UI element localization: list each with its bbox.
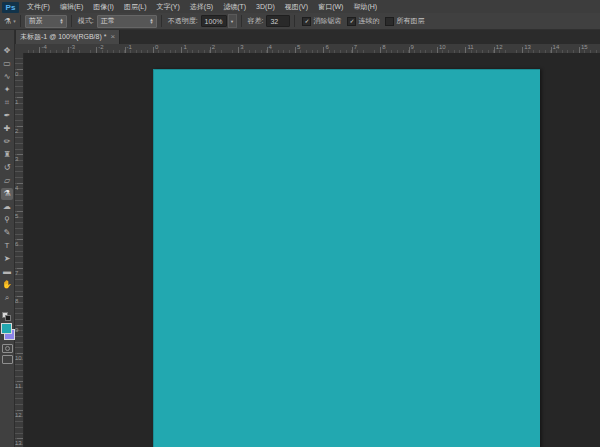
- fill-source-dropdown[interactable]: 前景 ▴▾: [25, 15, 67, 28]
- paint-bucket-icon: ⚗: [4, 17, 11, 26]
- ruler-label: 3: [15, 156, 18, 162]
- ruler-label: 9: [15, 327, 18, 333]
- menu-item[interactable]: 编辑(E): [55, 0, 88, 13]
- eyedropper-tool[interactable]: ✒: [1, 110, 13, 122]
- checkbox-checked-icon[interactable]: ✓: [347, 17, 356, 26]
- menu-item[interactable]: 选择(S): [185, 0, 218, 13]
- ruler-label: 6: [325, 44, 328, 51]
- opacity-value: 100%: [205, 18, 223, 25]
- ruler-label: 10: [15, 355, 22, 361]
- quick-mask-button[interactable]: [2, 344, 13, 353]
- hand-tool[interactable]: ✋: [1, 279, 13, 291]
- ruler-label: 1: [183, 44, 186, 51]
- dropdown-arrows-icon: ▴▾: [60, 18, 63, 24]
- path-selection-tool[interactable]: ➤: [1, 253, 13, 265]
- canvas[interactable]: [153, 69, 540, 447]
- ruler-row: -4-3-2-10123456789101112131415: [15, 44, 600, 53]
- menu-item[interactable]: 图层(L): [119, 0, 152, 13]
- pasteboard[interactable]: [24, 53, 600, 447]
- opacity-slider-button[interactable]: ▼: [228, 14, 237, 28]
- menu-item[interactable]: 图像(I): [88, 0, 119, 13]
- ruler-tick: [17, 183, 23, 184]
- ruler-tick: [17, 69, 23, 70]
- menu-item[interactable]: 视图(V): [280, 0, 313, 13]
- option-checkbox[interactable]: ✓连续的: [347, 16, 379, 26]
- blur-tool[interactable]: ☁: [1, 201, 13, 213]
- foreground-color-swatch[interactable]: [1, 323, 12, 334]
- ruler-label: -3: [70, 44, 75, 51]
- ruler-tick: [17, 154, 23, 155]
- option-checkbox[interactable]: 所有图层: [385, 16, 424, 26]
- ruler-label: 13: [524, 44, 531, 51]
- ruler-label: 14: [553, 44, 560, 51]
- menu-item[interactable]: 帮助(H): [348, 0, 382, 13]
- clone-stamp-tool[interactable]: ♜: [1, 149, 13, 161]
- separator: [241, 15, 242, 27]
- checkbox-unchecked-icon[interactable]: [385, 17, 394, 26]
- ruler-label: 11: [15, 383, 21, 389]
- ruler-label: 2: [212, 44, 215, 51]
- ruler-label: -1: [127, 44, 132, 51]
- ruler-tick: [17, 268, 23, 269]
- ruler-tick: [17, 211, 23, 212]
- menu-item[interactable]: 窗口(W): [313, 0, 348, 13]
- opacity-input[interactable]: 100%: [201, 15, 227, 27]
- paint-bucket-tool[interactable]: ⚗: [1, 188, 13, 200]
- ruler-tick: [17, 438, 23, 439]
- ruler-label: 9: [411, 44, 414, 51]
- ruler-label: 12: [496, 44, 503, 51]
- menu-bar: Ps 文件(F)编辑(E)图像(I)图层(L)文字(Y)选择(S)滤镜(T)3D…: [0, 0, 600, 14]
- menu-item[interactable]: 滤镜(T): [218, 0, 251, 13]
- document-tab[interactable]: 未标题-1 @ 100%(RGB/8) * ×: [16, 30, 120, 44]
- brush-tool[interactable]: ✏: [1, 136, 13, 148]
- history-brush-tool[interactable]: ↺: [1, 162, 13, 174]
- menu-item[interactable]: 文字(Y): [151, 0, 184, 13]
- healing-brush-tool[interactable]: ✚: [1, 123, 13, 135]
- type-tool[interactable]: T: [1, 240, 13, 252]
- color-swatch-area: [0, 312, 14, 362]
- ruler-tick: [17, 381, 23, 382]
- eraser-tool[interactable]: ▱: [1, 175, 13, 187]
- vertical-ruler[interactable]: 012345678910111213: [15, 53, 24, 447]
- tolerance-input[interactable]: 32: [266, 15, 290, 27]
- ruler-label: 5: [297, 44, 300, 51]
- quick-selection-tool[interactable]: ✦: [1, 84, 13, 96]
- chevron-down-icon: ▾: [13, 18, 16, 24]
- option-checkbox[interactable]: ✓消除锯齿: [302, 16, 341, 26]
- ruler-label: 0: [155, 44, 158, 51]
- menu-item[interactable]: 文件(F): [22, 0, 55, 13]
- ruler-label: 4: [269, 44, 272, 51]
- ruler-tick: [17, 97, 23, 98]
- screen-mode-button[interactable]: [2, 355, 13, 364]
- lasso-tool[interactable]: ∿: [1, 71, 13, 83]
- menu-item[interactable]: 3D(D): [251, 0, 280, 13]
- tool-preset-picker[interactable]: ⚗ ▾: [4, 17, 16, 26]
- pen-tool[interactable]: ✎: [1, 227, 13, 239]
- ruler-tick: [17, 353, 23, 354]
- ruler-label: 13: [15, 440, 22, 446]
- document-tab-bar: 未标题-1 @ 100%(RGB/8) * ×: [15, 30, 600, 45]
- shape-tool[interactable]: ▬: [1, 266, 13, 278]
- dodge-tool[interactable]: ⚲: [1, 214, 13, 226]
- separator: [20, 15, 21, 27]
- ruler-tick: [17, 239, 23, 240]
- fill-source-value: 前景: [29, 16, 43, 26]
- ruler-label: 11: [467, 44, 473, 51]
- mode-dropdown[interactable]: 正常 ▴▾: [97, 15, 157, 28]
- ruler-label: 12: [15, 412, 22, 418]
- zoom-tool[interactable]: ⌕: [1, 292, 13, 304]
- mode-value: 正常: [101, 16, 115, 26]
- move-tool[interactable]: ✥: [1, 45, 13, 57]
- toolbox-tools: ✥▭∿✦⌗✒✚✏♜↺▱⚗☁⚲✎T➤▬✋⌕: [0, 44, 14, 304]
- marquee-tool[interactable]: ▭: [1, 58, 13, 70]
- menu-bar-items: 文件(F)编辑(E)图像(I)图层(L)文字(Y)选择(S)滤镜(T)3D(D)…: [22, 0, 382, 13]
- checkbox-checked-icon[interactable]: ✓: [302, 17, 311, 26]
- ruler-label: 8: [382, 44, 385, 51]
- crop-tool[interactable]: ⌗: [1, 97, 13, 109]
- close-icon[interactable]: ×: [110, 33, 115, 41]
- ruler-tick: [17, 296, 23, 297]
- default-colors-icon[interactable]: [2, 312, 10, 320]
- opacity-label: 不透明度:: [168, 16, 198, 26]
- ruler-label: 3: [240, 44, 243, 51]
- ruler-label: 2: [15, 128, 18, 134]
